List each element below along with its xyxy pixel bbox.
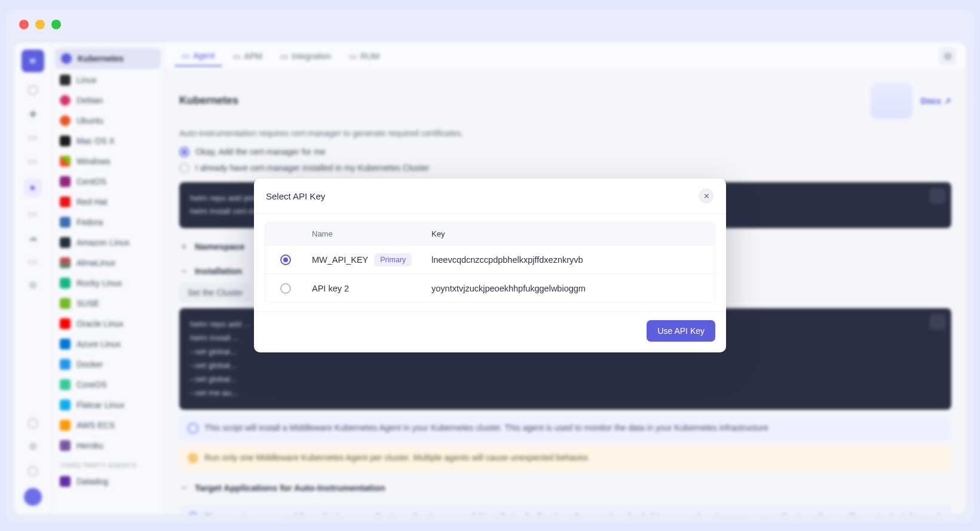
select-api-key-modal: Select API Key ✕ Name Key MW_API_KEYPrim…	[254, 179, 726, 352]
api-key-row[interactable]: API key 2 yoyntxtvjzuckjpeoekhhpfukggelw…	[265, 274, 715, 302]
api-key-name: API key 2	[312, 284, 349, 293]
api-key-name: MW_API_KEY	[312, 255, 368, 265]
radio-icon	[280, 254, 291, 265]
radio-icon	[280, 283, 291, 294]
api-key-value: lneevcqdcnzccpdpbhelkxpjffdxeznkryvb	[425, 248, 715, 272]
api-key-row[interactable]: MW_API_KEYPrimary lneevcqdcnzccpdpbhelkx…	[265, 245, 715, 274]
api-key-value: yoyntxtvjzuckjpeoekhhpfukggelwbioggm	[425, 277, 715, 300]
column-header-name: Name	[306, 223, 425, 245]
api-key-table: Name Key MW_API_KEYPrimary lneevcqdcnzcc…	[265, 222, 715, 303]
primary-badge: Primary	[374, 253, 412, 266]
modal-close-button[interactable]: ✕	[699, 188, 714, 204]
modal-backdrop: Select API Key ✕ Name Key MW_API_KEYPrim…	[6, 9, 974, 523]
use-api-key-button[interactable]: Use API Key	[647, 320, 715, 342]
modal-title: Select API Key	[266, 191, 325, 201]
column-header-key: Key	[425, 223, 715, 245]
table-header-row: Name Key	[265, 223, 715, 245]
